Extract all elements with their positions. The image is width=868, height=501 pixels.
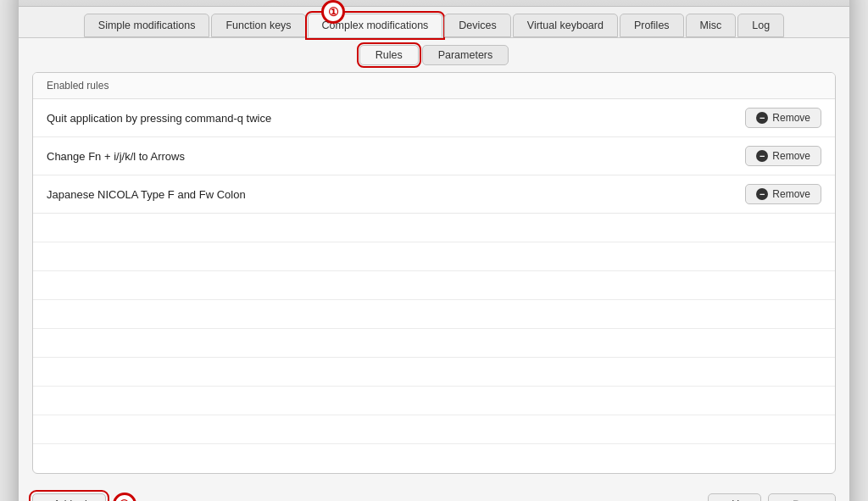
empty-row: [33, 242, 835, 271]
rule-row: Japanese NICOLA Type F and Fw Colon − Re…: [33, 175, 835, 214]
subtab-rules[interactable]: Rules: [359, 45, 419, 65]
remove-icon-1: −: [756, 112, 768, 124]
remove-label-1: Remove: [772, 112, 810, 124]
empty-row: [33, 214, 835, 242]
content-area: Enabled rules Quit application by pressi…: [32, 72, 836, 474]
empty-row: [33, 387, 835, 415]
rule-name-1: Quit application by pressing command-q t…: [47, 112, 271, 125]
tab-misc[interactable]: Misc: [686, 14, 737, 37]
remove-button-1[interactable]: − Remove: [745, 108, 821, 128]
subtab-parameters[interactable]: Parameters: [422, 45, 509, 65]
remove-button-2[interactable]: − Remove: [745, 146, 821, 166]
remove-button-3[interactable]: − Remove: [745, 184, 821, 204]
titlebar: Karabiner-Elements Preferences: [19, 0, 849, 7]
empty-row: [33, 444, 835, 473]
down-button[interactable]: ↓ Down: [768, 493, 836, 501]
remove-icon-3: −: [756, 188, 768, 200]
tab-virtual-keyboard[interactable]: Virtual keyboard: [513, 14, 618, 37]
empty-row: [33, 271, 835, 300]
remove-icon-2: −: [756, 150, 768, 162]
tab-log[interactable]: Log: [737, 14, 784, 37]
rules-header: Enabled rules: [33, 73, 835, 99]
empty-row: [33, 329, 835, 358]
add-rule-button[interactable]: + Add rule: [32, 493, 106, 501]
annotation-circle-2: ②: [113, 493, 136, 501]
bottom-bar: + Add rule ② ↑ Up ↓ Down: [19, 484, 849, 501]
tab-bar: Simple modifications Function keys Compl…: [19, 7, 849, 38]
remove-label-2: Remove: [772, 150, 810, 162]
tab-function-keys[interactable]: Function keys: [211, 14, 305, 37]
up-button[interactable]: ↑ Up: [708, 493, 762, 501]
rule-name-3: Japanese NICOLA Type F and Fw Colon: [47, 188, 246, 201]
tab-simple-modifications[interactable]: Simple modifications: [84, 14, 210, 37]
rule-row: Quit application by pressing command-q t…: [33, 99, 835, 137]
annotation-circle-1: ①: [321, 0, 345, 24]
rule-name-2: Change Fn + i/j/k/l to Arrows: [47, 150, 185, 163]
empty-row: [33, 358, 835, 387]
tab-profiles[interactable]: Profiles: [620, 14, 684, 37]
tab-devices[interactable]: Devices: [444, 14, 510, 37]
subtab-bar: Rules Parameters: [19, 38, 849, 72]
empty-row: [33, 300, 835, 329]
empty-row: [33, 415, 835, 444]
nav-buttons: ↑ Up ↓ Down: [708, 493, 836, 501]
remove-label-3: Remove: [772, 188, 810, 200]
rule-row: Change Fn + i/j/k/l to Arrows − Remove: [33, 137, 835, 175]
